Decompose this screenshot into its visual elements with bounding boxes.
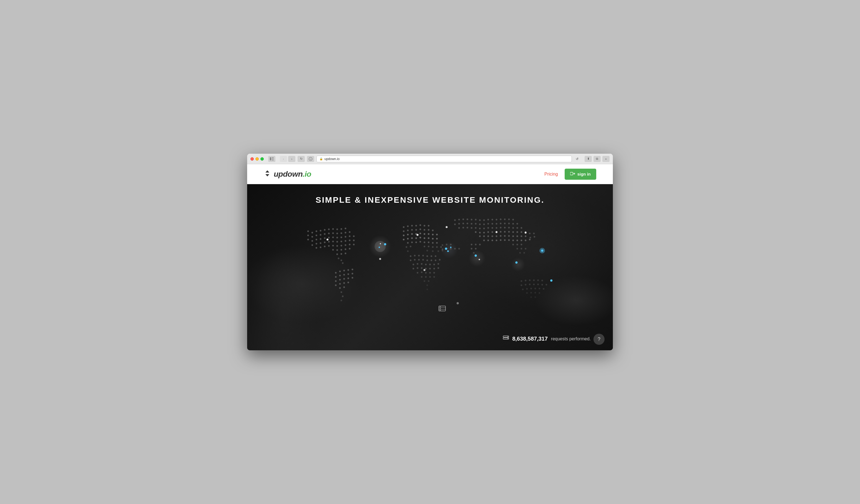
svg-point-313 <box>533 284 535 285</box>
svg-point-306 <box>529 279 531 281</box>
svg-point-147 <box>407 250 408 252</box>
lock-icon: 🔒 <box>319 157 323 160</box>
svg-point-174 <box>413 268 414 269</box>
svg-point-154 <box>418 255 420 256</box>
svg-point-319 <box>530 288 532 290</box>
svg-point-31 <box>307 239 309 240</box>
svg-point-63 <box>353 244 355 246</box>
svg-point-185 <box>433 272 435 273</box>
svg-point-259 <box>516 231 518 233</box>
svg-point-56 <box>324 246 326 247</box>
minimize-button[interactable] <box>256 157 259 161</box>
svg-point-333 <box>380 243 381 244</box>
svg-point-292 <box>512 244 514 246</box>
svg-point-208 <box>479 219 481 221</box>
svg-point-308 <box>537 279 539 281</box>
svg-point-82 <box>343 274 345 276</box>
svg-point-108 <box>411 229 413 231</box>
svg-point-237 <box>475 227 476 229</box>
svg-point-133 <box>411 241 413 243</box>
sidebar-toggle-button[interactable] <box>268 156 275 162</box>
svg-point-327 <box>530 296 532 298</box>
svg-point-53 <box>353 239 355 241</box>
svg-point-80 <box>335 276 336 278</box>
svg-point-276 <box>491 239 493 241</box>
svg-point-219 <box>462 223 464 224</box>
svg-point-140 <box>406 246 407 248</box>
svg-point-79 <box>352 269 353 270</box>
svg-point-60 <box>341 245 342 247</box>
svg-point-273 <box>525 235 527 237</box>
svg-point-347 <box>327 239 329 241</box>
refresh-button[interactable]: ↻ <box>298 156 305 162</box>
svg-point-315 <box>541 284 543 285</box>
svg-point-300 <box>529 233 531 234</box>
signin-button[interactable]: sign in <box>565 169 596 180</box>
adblocker-button[interactable]: ✕ <box>307 156 314 162</box>
svg-point-244 <box>504 227 506 228</box>
close-button[interactable] <box>250 157 254 161</box>
address-bar[interactable]: 🔒 updown.io <box>316 155 572 162</box>
svg-point-177 <box>425 268 427 269</box>
svg-point-135 <box>419 241 421 242</box>
back-button[interactable]: ‹ <box>280 156 287 162</box>
pricing-link[interactable]: Pricing <box>544 172 558 177</box>
svg-point-250 <box>479 232 481 234</box>
svg-point-138 <box>432 242 434 244</box>
svg-point-352 <box>379 258 381 260</box>
help-button[interactable]: ? <box>593 334 604 345</box>
svg-point-213 <box>500 219 501 220</box>
svg-point-157 <box>431 255 432 257</box>
svg-point-166 <box>439 259 441 261</box>
svg-point-265 <box>491 235 493 237</box>
svg-point-83 <box>347 273 349 275</box>
svg-point-285 <box>529 239 531 240</box>
reload-button[interactable]: ↺ <box>574 156 580 162</box>
svg-point-114 <box>403 235 404 236</box>
share-button[interactable]: ⬆ <box>585 156 592 162</box>
svg-marker-7 <box>266 174 269 176</box>
url-text: updown.io <box>325 157 340 161</box>
svg-point-287 <box>475 244 476 246</box>
svg-point-351 <box>525 232 527 234</box>
hero-title: SIMPLE & INEXPENSIVE WEBSITE MONITORING. <box>316 195 544 205</box>
svg-point-210 <box>487 219 489 220</box>
svg-point-134 <box>415 241 417 243</box>
svg-point-270 <box>512 235 514 237</box>
browser-window: ‹ › ↻ ✕ 🔒 updown.io ↺ ⬆ ⧉ + <box>247 154 613 350</box>
svg-point-142 <box>424 246 425 247</box>
logo-text: updown.io <box>274 170 311 179</box>
svg-point-170 <box>425 264 427 265</box>
tab-overview-button[interactable]: ⧉ <box>593 156 601 162</box>
svg-point-209 <box>483 219 485 221</box>
svg-point-241 <box>491 227 493 229</box>
svg-point-55 <box>320 247 321 248</box>
svg-point-271 <box>516 235 518 237</box>
svg-point-152 <box>410 255 412 257</box>
forward-button[interactable]: › <box>288 156 295 162</box>
svg-point-144 <box>432 246 434 248</box>
svg-point-24 <box>324 233 326 235</box>
svg-rect-3 <box>272 160 274 160</box>
svg-point-258 <box>512 231 514 233</box>
new-tab-button[interactable]: + <box>602 156 610 162</box>
maximize-button[interactable] <box>260 157 264 161</box>
svg-point-189 <box>433 276 435 278</box>
svg-point-264 <box>487 235 489 237</box>
svg-point-32 <box>312 240 313 242</box>
svg-point-45 <box>320 242 321 244</box>
svg-point-226 <box>491 223 493 225</box>
svg-point-44 <box>316 243 317 244</box>
svg-point-301 <box>533 233 535 234</box>
svg-point-267 <box>500 235 501 237</box>
svg-point-183 <box>425 272 427 273</box>
svg-point-283 <box>520 239 522 241</box>
svg-point-58 <box>332 245 334 247</box>
svg-point-307 <box>533 279 535 281</box>
svg-rect-8 <box>570 172 573 175</box>
svg-point-28 <box>341 232 342 234</box>
svg-point-246 <box>512 227 514 229</box>
svg-point-36 <box>328 237 330 238</box>
svg-point-150 <box>438 250 439 252</box>
svg-point-68 <box>349 248 350 250</box>
